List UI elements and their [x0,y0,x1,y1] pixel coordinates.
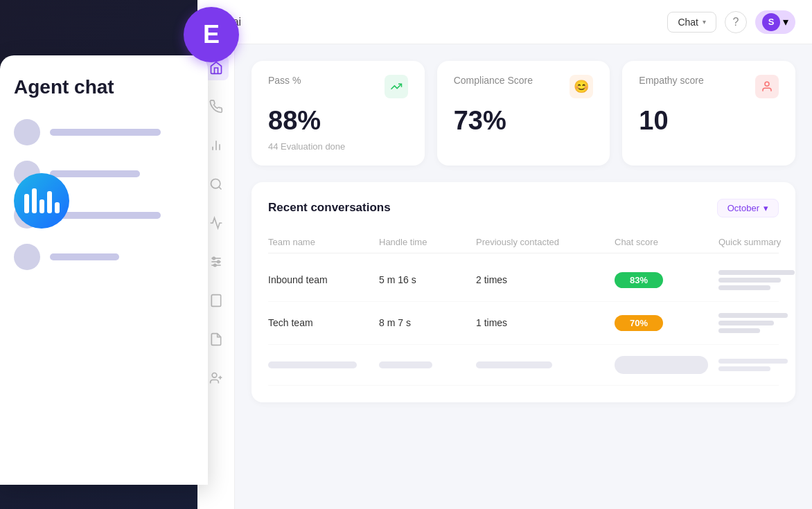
user-chevron-icon: ▾ [783,15,788,28]
skeleton-badge [615,356,708,374]
td-team-name-skeleton [268,361,379,368]
table-row: Tech team 8 m 7 s 1 times 70% 2 [268,302,779,345]
chat-line [50,253,119,260]
metric-label-pass: Pass % [268,75,301,86]
month-dropdown[interactable]: October ▾ [717,199,779,217]
bar-4 [47,191,52,213]
qs-line [718,328,760,333]
qs-line [718,366,770,371]
metric-icon-pass [385,75,408,98]
qs-line [718,321,774,325]
bar-2 [32,188,37,213]
chat-chevron-icon: ▾ [703,18,706,26]
metric-icon-empathy [755,75,779,98]
qs-line [718,313,788,318]
td-team-name-1: Inbound team [268,274,379,285]
bar-3 [39,199,44,213]
metric-card-compliance: Compliance Score 😊 73% [437,61,610,166]
td-chat-score-2: 70% [615,315,718,331]
metric-card-header-empathy: Empathy score [639,75,779,98]
metrics-row: Pass % 88% 44 Evaluation done Compliance… [251,61,795,166]
quick-summary-lines-2 [718,313,812,333]
metric-icon-compliance: 😊 [570,75,593,98]
help-icon: ? [733,16,739,28]
help-button[interactable]: ? [725,11,747,33]
bar-1 [24,194,29,213]
metric-sub-pass: 44 Evaluation done [268,141,408,152]
agent-chat-title: Agent chat [14,76,194,98]
skeleton-cell [476,361,552,368]
e-avatar: E [184,7,239,62]
td-quick-summary-1 [718,270,812,290]
metric-value-empathy: 10 [639,107,779,136]
topnav: thu.ai Chat ▾ ? S ▾ [197,0,812,44]
chat-line [50,212,161,219]
quick-summary-lines-skeleton [718,359,812,371]
svg-rect-11 [211,295,220,307]
chat-list-item-1 [14,119,194,145]
chat-line [50,129,161,136]
metric-card-header-pass: Pass % [268,75,408,98]
intercom-icon[interactable] [14,173,69,229]
td-team-name-2: Tech team [268,317,379,328]
svg-point-13 [212,373,217,378]
metric-label-empathy: Empathy score [639,75,703,86]
td-previously-contacted-2: 1 times [476,317,615,328]
user-avatar: S [762,13,780,31]
th-handle-time: Handle time [379,237,476,247]
chat-avatar-4 [14,244,40,270]
svg-line-4 [218,187,221,190]
td-previously-contacted-skeleton [476,361,615,368]
user-menu-button[interactable]: S ▾ [755,10,795,34]
th-quick-summary: Quick summary [718,237,812,247]
month-chevron-icon: ▾ [764,203,768,213]
metric-card-header-compliance: Compliance Score 😊 [454,75,594,98]
th-previously-contacted: Previously contacted [476,237,615,247]
table-row-skeleton: 6 [268,345,779,386]
qs-line [718,278,781,283]
dashboard: thu.ai Chat ▾ ? S ▾ [197,0,812,509]
metric-card-pass: Pass % 88% 44 Evaluation done [251,61,425,166]
agent-chat-panel: Agent chat [0,55,208,485]
emoji-compliance: 😊 [574,79,589,94]
intercom-bars [24,188,60,213]
svg-point-16 [765,82,769,86]
conversations-card: Recent conversations October ▾ Team name… [251,182,795,402]
td-quick-summary-skeleton [718,359,812,371]
table-header-row: Team name Handle time Previously contact… [268,231,779,253]
table-row: Inbound team 5 m 16 s 2 times 83% 5 [268,259,779,302]
td-handle-time-1: 5 m 16 s [379,274,476,285]
qs-line [718,270,795,275]
conversations-title: Recent conversations [268,201,391,215]
chat-avatar-1 [14,119,40,145]
td-quick-summary-2 [718,313,812,333]
chat-line [50,170,140,177]
brand-domain: thu.ai [214,16,659,28]
metric-label-compliance: Compliance Score [454,75,533,86]
td-previously-contacted-1: 2 times [476,274,615,285]
chat-list-item-4 [14,244,194,270]
score-badge-yellow: 70% [615,315,663,331]
metric-value-pass: 88% [268,107,408,136]
td-handle-time-skeleton [379,361,476,368]
td-chat-score-1: 83% [615,272,718,288]
main-content: Pass % 88% 44 Evaluation done Compliance… [235,44,812,509]
bar-5 [55,202,60,213]
svg-point-3 [211,179,220,188]
th-chat-score: Chat score [615,237,718,247]
td-chat-score-skeleton [615,356,718,374]
qs-line [718,285,770,290]
chat-label: Chat [678,17,698,28]
conversations-header: Recent conversations October ▾ [268,199,779,217]
metric-value-compliance: 73% [454,107,594,136]
skeleton-cell [268,361,357,368]
qs-line [718,359,788,364]
chat-dropdown[interactable]: Chat ▾ [667,12,716,33]
metric-card-empathy: Empathy score 10 [622,61,795,166]
skeleton-cell [379,361,432,368]
th-team-name: Team name [268,237,379,247]
conversations-table: Team name Handle time Previously contact… [268,231,779,386]
td-handle-time-2: 8 m 7 s [379,317,476,328]
quick-summary-lines-1 [718,270,812,290]
score-badge-green: 83% [615,272,663,288]
